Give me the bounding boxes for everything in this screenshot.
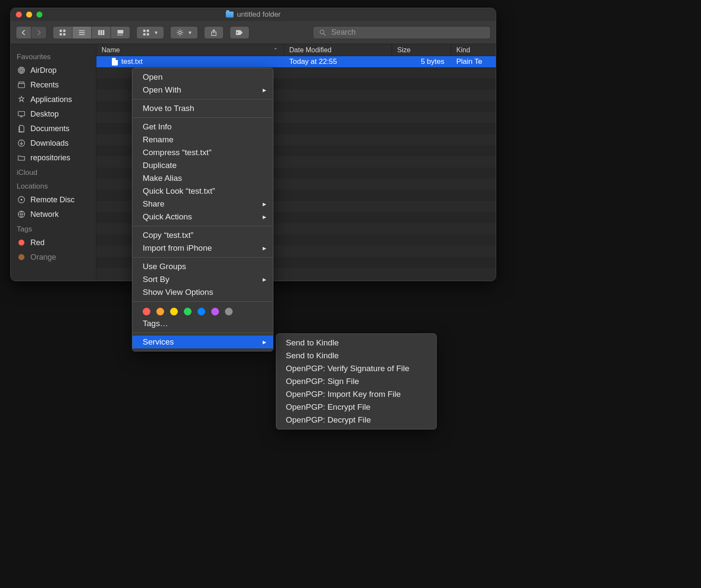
chevron-down-icon: ▼ (188, 30, 192, 35)
menu-item-share[interactable]: Share (132, 198, 273, 210)
menu-item-compress[interactable]: Compress “test.txt” (132, 146, 273, 159)
svg-rect-6 (79, 34, 85, 35)
menu-item-move-to-trash[interactable]: Move to Trash (132, 102, 273, 115)
menu-item-use-groups[interactable]: Use Groups (132, 260, 273, 273)
arrange-button[interactable]: ▼ (136, 26, 164, 39)
svg-rect-7 (98, 30, 100, 35)
menu-separator (133, 257, 273, 258)
svg-point-23 (19, 68, 24, 72)
sidebar-item-downloads[interactable]: Downloads (11, 136, 96, 150)
tag-color-option[interactable] (211, 308, 219, 315)
menu-item-quick-actions[interactable]: Quick Actions (132, 210, 273, 223)
tag-color-option[interactable] (143, 308, 150, 315)
sidebar-item-documents[interactable]: Documents (11, 121, 96, 136)
sidebar-item-airdrop[interactable]: AirDrop (11, 63, 96, 78)
sidebar-heading-icloud: iCloud (11, 165, 96, 179)
menu-item-make-alias[interactable]: Make Alias (132, 172, 273, 185)
menu-separator (133, 301, 273, 302)
list-icon (78, 29, 86, 36)
sidebar-tag-red[interactable]: Red (11, 235, 96, 250)
sidebar-tag-orange[interactable]: Orange (11, 250, 96, 264)
svg-point-30 (21, 199, 22, 201)
menu-item-tags[interactable]: Tags… (132, 317, 273, 330)
menu-item-open[interactable]: Open (132, 71, 273, 84)
svg-rect-27 (18, 111, 25, 116)
tag-color-option[interactable] (184, 308, 192, 315)
submenu-item[interactable]: OpenPGP: Verify Signature of File (276, 362, 436, 375)
svg-rect-14 (143, 30, 145, 32)
sidebar-item-recents[interactable]: Recents (11, 78, 96, 92)
menu-item-get-info[interactable]: Get Info (132, 120, 273, 133)
menu-tag-colors (132, 304, 273, 317)
submenu-item[interactable]: OpenPGP: Encrypt File (276, 401, 436, 414)
submenu-item[interactable]: Send to Kindle (276, 349, 436, 362)
column-header-label: Date Modified (289, 46, 332, 54)
tag-color-option[interactable] (225, 308, 233, 315)
file-row-selected[interactable]: test.txt Today at 22:55 5 bytes Plain Te (96, 56, 496, 67)
tag-icon (235, 29, 244, 36)
list-view-button[interactable] (72, 26, 92, 39)
tag-color-option[interactable] (198, 308, 205, 315)
minimize-window-button[interactable] (26, 12, 32, 18)
menu-item-show-view-options[interactable]: Show View Options (132, 286, 273, 299)
sidebar-item-network[interactable]: Network (11, 207, 96, 222)
menu-item-copy[interactable]: Copy “test.txt” (132, 229, 273, 242)
columns-icon (97, 29, 105, 36)
column-header-size[interactable]: Size (392, 44, 451, 56)
sidebar-heading-tags: Tags (11, 222, 96, 235)
svg-point-20 (237, 32, 238, 33)
gallery-view-button[interactable] (111, 26, 130, 39)
menu-item-services[interactable]: Services (132, 336, 273, 348)
tags-button[interactable] (230, 26, 249, 39)
menu-item-sort-by[interactable]: Sort By (132, 273, 273, 286)
file-kind: Plain Te (456, 57, 482, 66)
sidebar-item-label: Network (30, 210, 59, 219)
menu-item-quick-look[interactable]: Quick Look “test.txt” (132, 185, 273, 198)
gear-icon (176, 29, 184, 36)
file-size: 5 bytes (421, 57, 444, 66)
svg-rect-3 (63, 33, 66, 35)
menu-separator (133, 99, 273, 99)
file-name: test.txt (121, 57, 143, 66)
sidebar-item-label: Documents (30, 124, 69, 133)
back-button[interactable] (16, 26, 31, 39)
forward-button[interactable] (31, 26, 47, 39)
sidebar-item-label: Downloads (30, 139, 69, 148)
submenu-item[interactable]: OpenPGP: Import Key from File (276, 388, 436, 401)
column-header-kind[interactable]: Kind (451, 44, 496, 56)
column-header-label: Kind (456, 46, 470, 54)
sidebar-item-applications[interactable]: Applications (11, 92, 96, 107)
menu-item-duplicate[interactable]: Duplicate (132, 159, 273, 172)
column-header-name[interactable]: Name ⌃ (96, 44, 284, 56)
svg-rect-0 (60, 30, 62, 32)
svg-rect-25 (18, 84, 25, 88)
close-window-button[interactable] (16, 12, 22, 18)
submenu-item[interactable]: OpenPGP: Decrypt File (276, 414, 436, 426)
icon-view-button[interactable] (53, 26, 72, 39)
submenu-item[interactable]: Send to Kindle (276, 336, 436, 349)
services-submenu[interactable]: Send to KindleSend to KindleOpenPGP: Ver… (276, 333, 437, 429)
sidebar-item-remote-disc[interactable]: Remote Disc (11, 192, 96, 207)
sidebar-heading-favourites: Favourites (11, 49, 96, 63)
share-button[interactable] (204, 26, 224, 39)
maximize-window-button[interactable] (36, 12, 42, 18)
menu-item-open-with[interactable]: Open With (132, 84, 273, 96)
sidebar-item-desktop[interactable]: Desktop (11, 107, 96, 121)
text-document-icon (112, 58, 118, 66)
context-menu[interactable]: Open Open With Move to Trash Get Info Re… (132, 68, 273, 351)
search-field[interactable]: Search (313, 26, 491, 39)
action-button[interactable]: ▼ (170, 26, 198, 39)
sidebar-heading-locations: Locations (11, 179, 96, 192)
menu-item-import-iphone[interactable]: Import from iPhone (132, 242, 273, 255)
column-view-button[interactable] (92, 26, 111, 39)
tag-color-option[interactable] (170, 308, 178, 315)
share-icon (210, 29, 218, 36)
submenu-item[interactable]: OpenPGP: Sign File (276, 375, 436, 388)
sidebar-item-repositories[interactable]: repositories (11, 150, 96, 165)
tag-color-option[interactable] (156, 308, 164, 315)
menu-item-label: Compress “test.txt” (143, 148, 211, 157)
svg-point-18 (179, 31, 181, 34)
desktop-icon (17, 109, 26, 119)
column-header-date[interactable]: Date Modified (284, 44, 392, 56)
menu-item-rename[interactable]: Rename (132, 133, 273, 146)
